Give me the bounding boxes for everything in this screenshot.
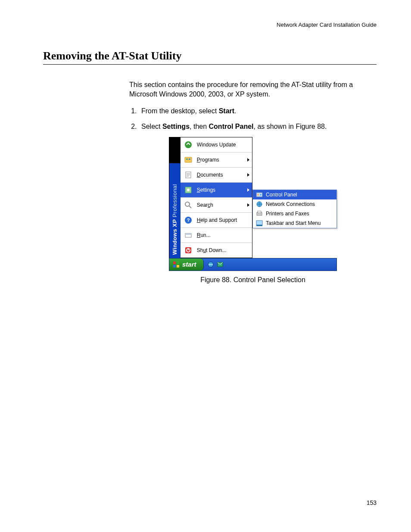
step-2-bold-2: Control Panel <box>209 123 254 130</box>
menu-item-label: Run... <box>197 232 249 239</box>
start-menu-screenshot: Windows XP Professional Windows Update <box>169 137 337 271</box>
settings-icon <box>183 185 193 195</box>
menu-item-label: Search <box>197 202 246 208</box>
search-icon <box>183 200 193 210</box>
menu-item-help[interactable]: ? Help and Support <box>181 212 252 227</box>
start-button-label: start <box>182 260 196 269</box>
menu-item-run[interactable]: Run... <box>181 227 252 243</box>
section-heading: Removing the AT-Stat Utility <box>43 50 377 62</box>
settings-submenu: Control Panel Network Connections <box>252 190 337 228</box>
svg-rect-23 <box>256 225 262 226</box>
submenu-item-label: Network Connections <box>266 201 315 208</box>
step-2-text-post: , as shown in Figure 88. <box>254 123 327 130</box>
step-2-text-mid: , then <box>190 123 209 130</box>
menu-item-label: Settings <box>197 187 246 193</box>
submenu-item-label: Control Panel <box>266 191 297 198</box>
menu-item-label: Documents <box>197 171 246 178</box>
svg-rect-26 <box>173 265 176 268</box>
menu-item-label: Windows Update <box>197 141 249 148</box>
figure-caption: Figure 88. Control Panel Selection <box>129 275 377 285</box>
svg-rect-27 <box>177 265 179 268</box>
step-2-bold-1: Settings <box>162 123 190 130</box>
svg-rect-3 <box>189 159 190 160</box>
network-icon <box>255 200 263 208</box>
step-2: Select Settings, then Control Panel, as … <box>139 122 377 131</box>
step-1-text-pre: From the desktop, select <box>141 107 219 115</box>
procedure-list: From the desktop, select Start. Select S… <box>129 106 377 131</box>
submenu-item-printers[interactable]: Printers and Faxes <box>253 209 336 218</box>
shutdown-icon <box>183 245 193 255</box>
ie-icon[interactable] <box>207 261 214 268</box>
menu-item-settings[interactable]: Settings <box>181 182 252 197</box>
start-menu-brand-text: Windows XP Professional <box>171 184 179 255</box>
svg-point-17 <box>257 194 259 196</box>
svg-rect-22 <box>256 221 262 225</box>
page-number: 153 <box>367 499 377 506</box>
menu-item-label: Programs <box>197 156 246 163</box>
help-icon: ? <box>183 215 193 225</box>
running-header: Network Adapter Card Installation Guide <box>43 22 377 28</box>
intro-paragraph: This section contains the procedure for … <box>129 80 377 99</box>
svg-line-8 <box>189 206 191 208</box>
menu-item-documents[interactable]: Documents <box>181 167 252 182</box>
svg-point-18 <box>260 194 262 196</box>
step-1: From the desktop, select Start. <box>139 106 377 116</box>
svg-point-6 <box>187 189 190 191</box>
windows-update-icon <box>183 140 193 150</box>
menu-item-label: Help and Support <box>197 217 249 224</box>
step-1-text-post: . <box>234 107 236 115</box>
taskbar: start <box>169 258 337 271</box>
menu-item-shutdown[interactable]: Shut Down... <box>181 243 252 258</box>
control-panel-icon <box>255 191 263 199</box>
outlook-icon[interactable] <box>217 261 224 268</box>
svg-rect-12 <box>185 233 191 235</box>
menu-item-windows-update[interactable]: Windows Update <box>181 137 252 152</box>
svg-point-7 <box>185 202 190 206</box>
taskbar-icon <box>255 219 263 227</box>
step-1-bold: Start <box>219 107 234 115</box>
heading-rule <box>43 64 377 65</box>
windows-flag-icon <box>173 261 180 268</box>
programs-icon <box>183 155 193 165</box>
figure-88: Windows XP Professional Windows Update <box>129 137 377 285</box>
submenu-arrow-icon <box>247 173 249 177</box>
submenu-item-label: Taskbar and Start Menu <box>266 220 321 227</box>
printers-icon <box>255 210 263 218</box>
documents-icon <box>183 170 193 180</box>
menu-item-programs[interactable]: Programs <box>181 152 252 167</box>
svg-rect-24 <box>173 261 176 264</box>
start-menu-brand-strip: Windows XP Professional <box>169 137 181 258</box>
start-menu-main-column: Windows Update Programs <box>181 137 252 258</box>
svg-text:?: ? <box>187 218 190 223</box>
start-button[interactable]: start <box>169 258 204 271</box>
submenu-arrow-icon <box>247 203 249 207</box>
svg-rect-1 <box>185 157 192 162</box>
menu-item-search[interactable]: Search <box>181 197 252 212</box>
submenu-item-control-panel[interactable]: Control Panel <box>253 190 336 199</box>
submenu-arrow-icon <box>247 188 249 192</box>
run-icon <box>183 230 193 240</box>
submenu-item-label: Printers and Faxes <box>266 210 309 217</box>
menu-item-label: Shut Down... <box>197 247 249 254</box>
submenu-item-network-connections[interactable]: Network Connections <box>253 199 336 209</box>
svg-rect-25 <box>177 261 179 264</box>
svg-rect-21 <box>258 211 261 213</box>
submenu-arrow-icon <box>247 158 249 162</box>
svg-point-0 <box>185 141 192 148</box>
step-2-text-pre: Select <box>141 123 162 130</box>
svg-rect-2 <box>186 159 188 160</box>
submenu-item-taskbar[interactable]: Taskbar and Start Menu <box>253 218 336 228</box>
